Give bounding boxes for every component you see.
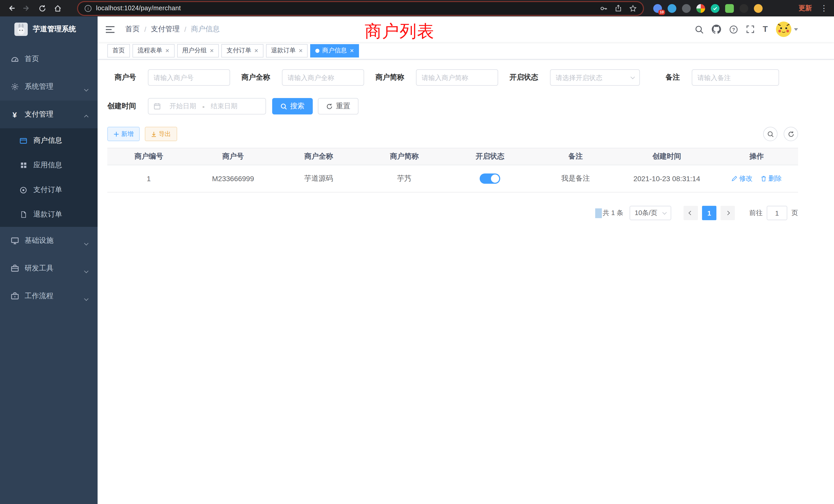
edit-link[interactable]: 修改 (731, 174, 753, 183)
browser-home-icon[interactable] (51, 2, 64, 14)
toolbox-icon (10, 264, 19, 273)
breadcrumb-home[interactable]: 首页 (125, 25, 140, 34)
extension-color-wheel-icon[interactable] (696, 4, 705, 13)
delete-link[interactable]: 删除 (761, 174, 782, 183)
current-page-button[interactable]: 1 (702, 206, 717, 220)
chevron-down-icon (85, 238, 88, 246)
add-button-label: 新增 (121, 130, 133, 138)
extension-dark-icon[interactable] (740, 4, 748, 13)
chevron-down-icon (85, 294, 88, 302)
close-icon[interactable]: × (254, 47, 258, 54)
status-select[interactable] (550, 69, 640, 86)
close-icon[interactable]: × (210, 47, 214, 54)
bookmark-star-icon[interactable] (629, 4, 637, 12)
sidebar-menu: 首页 系统管理 ¥ 支付管理 (0, 42, 97, 310)
share-icon[interactable] (615, 5, 622, 12)
browser-forward-icon[interactable] (21, 2, 33, 14)
github-icon[interactable] (712, 25, 721, 34)
cell-merchant-id: 1 (107, 165, 190, 192)
search-icon[interactable] (695, 25, 704, 33)
refresh-table-button[interactable] (784, 127, 798, 141)
merchant-table: 商户编号 商户号 商户全称 商户简称 开启状态 备注 创建时间 操作 (107, 148, 798, 192)
next-page-button[interactable] (721, 206, 735, 220)
tab-label: 流程表单 (138, 46, 162, 55)
col-full-name: 商户全称 (276, 148, 361, 165)
sidebar-item-refund-order[interactable]: 退款订单 (0, 202, 97, 227)
hamburger-icon[interactable] (105, 25, 115, 33)
sidebar-item-app-info[interactable]: 应用信息 (0, 153, 97, 178)
browser-update-button[interactable]: 更新 (798, 4, 812, 13)
menu-label: 系统管理 (25, 82, 53, 91)
sidebar-item-merchant-info[interactable]: 商户信息 (0, 128, 97, 153)
sidebar-item-dev-tools[interactable]: 研发工具 (0, 255, 97, 282)
breadcrumb-payment[interactable]: 支付管理 (151, 25, 180, 34)
extension-face-icon[interactable] (754, 4, 763, 13)
remark-input[interactable] (692, 69, 779, 86)
tab-merchant-info[interactable]: 商户信息 × (310, 44, 359, 57)
browser-extensions: 10 (653, 4, 763, 13)
browser-reload-icon[interactable] (36, 2, 48, 14)
browser-back-icon[interactable] (5, 2, 18, 14)
pagination-total: 共 1 条 (602, 208, 623, 217)
extension-drop-icon[interactable] (667, 4, 676, 13)
filter-row-1: 商户号 商户全称 商户简称 开启状态 (107, 69, 798, 86)
export-button[interactable]: 导出 (145, 127, 177, 141)
chevron-up-icon (85, 112, 88, 120)
sidebar-item-payment[interactable]: ¥ 支付管理 (0, 100, 97, 128)
page-annotation: 商户列表 (365, 20, 435, 43)
sidebar-item-system[interactable]: 系统管理 (0, 73, 97, 100)
sidebar-item-home[interactable]: 首页 (0, 45, 97, 73)
filter-row-2: 创建时间 开始日期 - 结束日期 搜索 (107, 98, 798, 114)
tab-user-group[interactable]: 用户分组 × (177, 44, 219, 57)
merchant-no-input[interactable] (148, 69, 230, 86)
close-icon[interactable]: × (299, 47, 303, 54)
user-avatar[interactable] (776, 22, 798, 37)
tab-home[interactable]: 首页 (107, 44, 130, 57)
tab-refund-order[interactable]: 退款订单 × (266, 44, 308, 57)
close-icon[interactable]: × (166, 47, 169, 54)
merchant-fullname-input[interactable] (282, 69, 364, 86)
browser-menu-icon[interactable]: ⋮ (820, 4, 828, 13)
remark-label: 备注 (651, 73, 680, 82)
sidebar-item-workflow[interactable]: 工作流程 (0, 282, 97, 310)
merchant-shortname-input[interactable] (416, 69, 498, 86)
breadcrumb-separator: / (184, 25, 186, 33)
font-size-icon[interactable]: T (763, 25, 768, 34)
sidebar-item-pay-order[interactable]: 支付订单 (0, 178, 97, 202)
col-create-time: 创建时间 (618, 148, 715, 165)
tab-pay-order[interactable]: 支付订单 × (221, 44, 263, 57)
date-start-placeholder[interactable]: 开始日期 (164, 101, 201, 111)
goto-page-input[interactable] (767, 206, 787, 220)
navbar-actions: ? T (695, 22, 798, 37)
close-icon[interactable]: × (350, 47, 354, 54)
prev-page-button[interactable] (683, 206, 698, 220)
toggle-search-button[interactable] (763, 127, 777, 141)
screen: i localhost:1024/pay/merchant 10 (0, 0, 834, 504)
extension-check-icon[interactable] (711, 4, 720, 13)
browser-address-bar[interactable]: i localhost:1024/pay/merchant (78, 2, 643, 15)
add-button[interactable]: 新增 (107, 127, 140, 141)
app-logo[interactable]: 芋道管理系统 (0, 17, 97, 42)
extension-green-square-icon[interactable] (725, 4, 734, 13)
extension-gray-icon[interactable] (682, 4, 691, 13)
search-button[interactable]: 搜索 (272, 98, 313, 114)
table-row: 1 M233666999 芋道源码 芋艿 我是备注 2021-10-23 08:… (107, 165, 798, 192)
password-key-icon[interactable] (600, 4, 608, 12)
status-toggle[interactable] (480, 174, 500, 184)
tab-process-form[interactable]: 流程表单 × (132, 44, 174, 57)
col-merchant-id: 商户编号 (107, 148, 190, 165)
reset-button[interactable]: 重置 (318, 98, 358, 114)
status-select-input[interactable] (550, 69, 640, 86)
date-separator: - (202, 102, 205, 110)
page-size-select[interactable]: 10条/页 (630, 206, 671, 220)
date-end-placeholder[interactable]: 结束日期 (206, 101, 243, 111)
svg-text:i: i (88, 6, 89, 11)
help-icon[interactable]: ? (729, 25, 738, 33)
date-range-picker[interactable]: 开始日期 - 结束日期 (148, 98, 266, 114)
page-info-icon[interactable]: i (84, 4, 92, 12)
fullscreen-icon[interactable] (746, 25, 754, 33)
grid-icon (19, 161, 28, 169)
sidebar-item-infrastructure[interactable]: 基础设施 (0, 227, 97, 255)
extension-puzzle-icon[interactable]: 10 (653, 4, 662, 13)
cell-short-name: 芋艿 (361, 165, 447, 192)
